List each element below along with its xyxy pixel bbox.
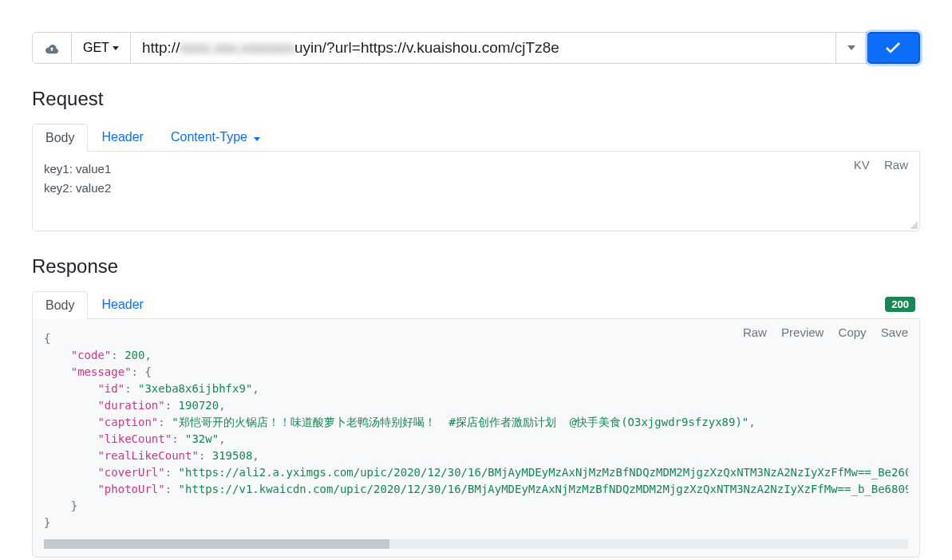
- action-copy[interactable]: Copy: [839, 325, 867, 339]
- request-tabs: Body Header Content-Type: [32, 123, 920, 152]
- request-body-text: key1: value1 key2: value2: [44, 160, 908, 198]
- request-section-title: Request: [32, 88, 920, 110]
- http-method-select[interactable]: GET: [72, 32, 131, 64]
- resize-handle[interactable]: [910, 221, 918, 229]
- raw-toggle[interactable]: Raw: [884, 158, 908, 172]
- caret-down-icon: [847, 45, 855, 50]
- caret-down-icon: [254, 137, 260, 141]
- request-toolbar: GET http://xxxx.xxx.xxxxxxxuyin/?url=htt…: [32, 32, 920, 64]
- action-preview[interactable]: Preview: [781, 325, 824, 339]
- response-json: { "code": 200, "message": { "id": "3xeba…: [44, 327, 908, 534]
- url-input[interactable]: http://xxxx.xxx.xxxxxxxuyin/?url=https:/…: [131, 32, 836, 64]
- url-history-dropdown[interactable]: [836, 32, 867, 64]
- status-badge: 200: [885, 297, 915, 312]
- horizontal-scrollbar[interactable]: [44, 539, 908, 549]
- kv-toggle[interactable]: KV: [854, 158, 870, 172]
- http-method-label: GET: [83, 41, 109, 55]
- send-button[interactable]: [867, 32, 920, 64]
- response-section-title: Response: [32, 255, 920, 278]
- tab-body[interactable]: Body: [32, 124, 88, 152]
- tab-response-header[interactable]: Header: [88, 290, 156, 318]
- request-body-panel[interactable]: KV Raw key1: value1 key2: value2: [32, 152, 920, 231]
- cloud-upload-icon: [44, 41, 60, 54]
- tab-header[interactable]: Header: [88, 123, 156, 151]
- action-save[interactable]: Save: [881, 325, 908, 339]
- check-icon: [885, 41, 901, 54]
- action-raw[interactable]: Raw: [743, 325, 767, 339]
- tab-response-body[interactable]: Body: [32, 291, 88, 319]
- caret-down-icon: [113, 46, 119, 50]
- response-tabs: Body Header 200: [32, 290, 920, 319]
- upload-button[interactable]: [32, 32, 72, 64]
- tab-content-type[interactable]: Content-Type: [157, 123, 275, 151]
- response-body-panel: Raw Preview Copy Save { "code": 200, "me…: [32, 319, 920, 558]
